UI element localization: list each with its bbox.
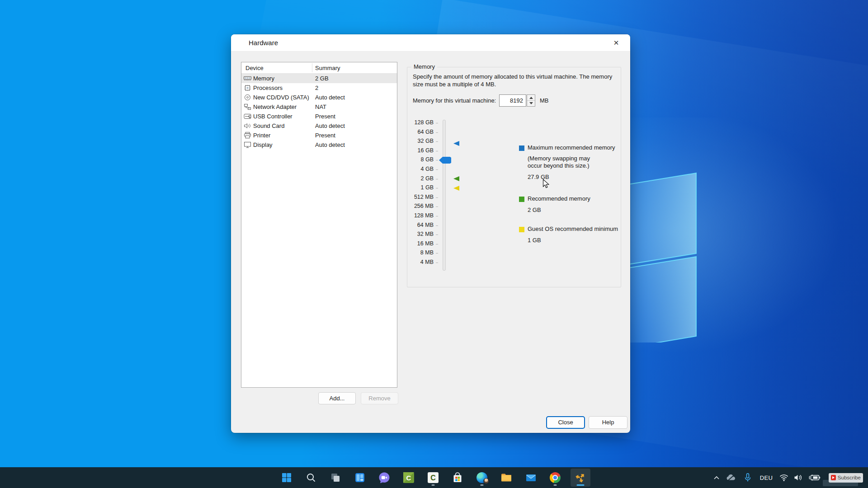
active-running-indicator xyxy=(577,484,585,486)
device-summary: NAT xyxy=(315,103,326,110)
column-header-summary[interactable]: Summary xyxy=(315,65,340,71)
start-button[interactable] xyxy=(278,469,296,487)
scale-tick xyxy=(436,160,438,160)
scale-tick xyxy=(436,235,438,235)
running-indicator xyxy=(481,484,484,486)
scale-label: 2 GB xyxy=(407,175,434,182)
mail-icon xyxy=(525,472,537,483)
printer-icon xyxy=(244,132,251,139)
device-row-printer[interactable]: Printer Present xyxy=(241,131,397,140)
svg-text:C: C xyxy=(430,474,436,482)
speaker-icon xyxy=(794,474,803,481)
task-view-button[interactable] xyxy=(326,469,344,487)
network-adapter-icon xyxy=(244,103,251,110)
device-row-processors[interactable]: Processors 2 xyxy=(241,83,397,93)
language-indicator[interactable]: DEU xyxy=(756,469,777,487)
onedrive-offline-cloud-icon xyxy=(726,474,737,482)
device-name: Memory xyxy=(253,75,274,82)
widgets-button[interactable] xyxy=(351,469,369,487)
dialog-titlebar[interactable]: Hardware ✕ xyxy=(231,34,630,52)
column-divider xyxy=(312,63,312,72)
device-name: New CD/DVD (SATA) xyxy=(253,94,309,101)
device-row-display[interactable]: Display Auto detect xyxy=(241,140,397,150)
legend-color-swatch xyxy=(519,197,524,202)
close-button[interactable]: Close xyxy=(546,416,585,429)
memory-group-title: Memory xyxy=(411,63,437,70)
running-indicator xyxy=(432,484,435,486)
chrome-icon xyxy=(550,472,561,483)
close-icon[interactable]: ✕ xyxy=(609,37,624,49)
device-name: Printer xyxy=(253,132,270,139)
add-button[interactable]: Add... xyxy=(318,392,356,404)
microphone-icon xyxy=(745,473,751,482)
device-row-sound-card[interactable]: Sound Card Auto detect xyxy=(241,121,397,131)
scale-label: 1 GB xyxy=(407,184,434,191)
wifi-tray-button[interactable] xyxy=(777,469,791,487)
running-indicator xyxy=(554,484,557,486)
usb-controller-icon xyxy=(244,113,251,120)
column-header-device[interactable]: Device xyxy=(245,65,264,71)
spinner-down-icon[interactable] xyxy=(527,100,535,106)
svg-text:C: C xyxy=(406,474,411,482)
memory-slider-track[interactable] xyxy=(443,120,446,271)
legend-color-swatch xyxy=(519,227,524,232)
hardware-dialog: Hardware ✕ Device Summary Memory 2 GB Pr… xyxy=(231,34,630,433)
scale-label: 256 MB xyxy=(407,203,434,209)
camtasia-button[interactable]: C xyxy=(400,469,418,487)
search-button[interactable] xyxy=(302,469,320,487)
chrome-button[interactable] xyxy=(546,469,564,487)
device-row-network-adapter[interactable]: Network Adapter NAT xyxy=(241,102,397,112)
memory-icon xyxy=(244,75,251,82)
microphone-tray-button[interactable] xyxy=(740,469,756,487)
widgets-icon xyxy=(354,472,365,483)
memory-size-input[interactable]: 8192 xyxy=(499,94,526,107)
battery-tray-button[interactable] xyxy=(806,469,824,487)
volume-tray-button[interactable] xyxy=(791,469,806,487)
memory-spinner[interactable] xyxy=(527,94,535,107)
mouse-cursor xyxy=(542,179,550,189)
chat-button[interactable] xyxy=(375,469,393,487)
memory-description: size must be a multiple of 4 MB. xyxy=(413,81,496,88)
dialog-title: Hardware xyxy=(249,39,278,47)
onedrive-tray-button[interactable] xyxy=(723,469,740,487)
search-icon xyxy=(306,472,316,483)
edge-button[interactable] xyxy=(473,469,491,487)
battery-charging-icon xyxy=(809,474,821,481)
camtasia-green-icon: C xyxy=(403,472,415,483)
device-name: Processors xyxy=(253,84,283,91)
memory-input-label: Memory for this virtual machine: xyxy=(413,97,496,104)
scale-label: 8 GB xyxy=(407,156,434,163)
scale-tick xyxy=(436,132,438,133)
device-summary: Present xyxy=(315,113,335,120)
device-row-new-cd-dvd-sata-[interactable]: New CD/DVD (SATA) Auto detect xyxy=(241,93,397,102)
legend-value: 2 GB xyxy=(528,206,541,213)
help-button[interactable]: Help xyxy=(589,416,627,429)
device-name: Sound Card xyxy=(253,122,284,129)
guest-os-minimum-marker xyxy=(453,186,459,191)
windows-start-icon xyxy=(282,473,292,483)
memory-groupbox: Memory Specify the amount of memory allo… xyxy=(407,67,621,287)
memory-unit-label: MB xyxy=(540,97,549,104)
tray-chevron-button[interactable] xyxy=(710,469,723,487)
camtasia-recorder-button[interactable]: C xyxy=(424,469,442,487)
scale-label: 512 MB xyxy=(407,194,434,200)
taskbar: C C xyxy=(0,467,868,488)
mail-button[interactable] xyxy=(522,469,540,487)
taskbar-app-icons: C C xyxy=(278,467,590,488)
camtasia-white-icon: C xyxy=(427,472,439,483)
scale-tick xyxy=(436,169,438,170)
device-row-usb-controller[interactable]: USB Controller Present xyxy=(241,112,397,121)
scale-tick xyxy=(436,179,438,179)
memory-slider-handle[interactable] xyxy=(439,157,451,164)
vmware-workstation-button[interactable] xyxy=(571,469,590,487)
legend-note: occur beyond this size.) xyxy=(528,162,590,169)
device-list[interactable]: Device Summary Memory 2 GB Processors 2 … xyxy=(241,62,397,388)
sound-card-icon xyxy=(244,122,251,129)
processor-icon xyxy=(244,84,251,91)
scale-label: 8 MB xyxy=(407,249,434,256)
file-explorer-button[interactable] xyxy=(497,469,515,487)
device-row-memory[interactable]: Memory 2 GB xyxy=(241,74,397,83)
microsoft-store-button[interactable] xyxy=(448,469,467,487)
device-name: USB Controller xyxy=(253,113,292,120)
legend-title: Recommended memory xyxy=(528,195,590,202)
